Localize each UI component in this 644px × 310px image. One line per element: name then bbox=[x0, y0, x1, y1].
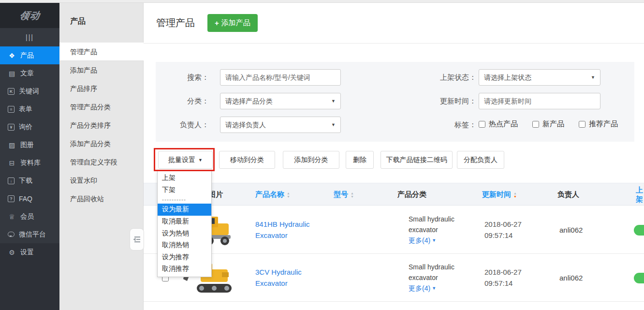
search-input[interactable] bbox=[220, 69, 341, 86]
menu-item-set-latest[interactable]: 设为最新 bbox=[158, 204, 211, 216]
update-time-input[interactable] bbox=[479, 93, 600, 109]
more-label: 更多(4) bbox=[409, 235, 430, 246]
sidebar-item-label: 图册 bbox=[20, 141, 34, 149]
add-product-button[interactable]: + 添加产品 bbox=[207, 14, 258, 32]
submenu-item-add-product[interactable]: 添加产品 bbox=[59, 61, 143, 79]
menu-item-set-hot[interactable]: 设为热销 bbox=[158, 227, 211, 239]
app-window: 领动 ||| ❖ 产品 ▤ 文章 K 关键词 ≡ 表单 ¥ 询价 ▨ 图册 bbox=[0, 0, 644, 310]
search-label: 搜索： bbox=[161, 69, 209, 86]
sort-arrows-icon: ▲ ▼ bbox=[351, 192, 354, 198]
sidebar-item-members[interactable]: ♕ 会员 bbox=[0, 207, 59, 225]
download-icon: ↓ bbox=[8, 177, 15, 184]
tag-label: 热点产品 bbox=[489, 119, 518, 129]
sort-down-icon: ▼ bbox=[287, 195, 290, 198]
submenu-item-watermark[interactable]: 设置水印 bbox=[59, 171, 143, 190]
column-status[interactable]: 上架 bbox=[636, 183, 644, 206]
status-label: 上架状态： bbox=[418, 69, 476, 86]
updated-clock: 09:57:14 bbox=[484, 278, 522, 289]
new-products-checkbox[interactable] bbox=[532, 121, 539, 128]
updated-date: 2018-06-27 bbox=[484, 266, 522, 278]
column-product-name[interactable]: 产品名称 ▲ ▼ bbox=[255, 183, 290, 206]
submenu-collapse-button[interactable] bbox=[130, 228, 144, 251]
status-toggle-on[interactable] bbox=[634, 225, 644, 236]
sidebar-item-library[interactable]: ⊟ 资料库 bbox=[0, 154, 59, 172]
sort-up-icon: ▲ bbox=[513, 192, 517, 195]
logo-box[interactable]: 领动 bbox=[0, 3, 59, 28]
sort-down-icon: ▼ bbox=[351, 195, 354, 198]
assign-owner-button[interactable]: 分配负责人 bbox=[457, 151, 504, 169]
brand-logo: 领动 bbox=[18, 9, 42, 22]
column-updated-time[interactable]: 更新时间 ▲ ▼ bbox=[482, 183, 517, 206]
delete-button[interactable]: 删除 bbox=[346, 151, 374, 169]
menu-item-cancel-recommended[interactable]: 取消推荐 bbox=[158, 263, 211, 275]
chevron-down-icon: ▼ bbox=[198, 158, 203, 162]
submenu-item-manage-products[interactable]: 管理产品 bbox=[59, 43, 144, 61]
product-category-cell: Small hydraulic excavator 更多(4) ▼ bbox=[409, 262, 476, 294]
menu-item-take-off-shelf[interactable]: 下架 bbox=[158, 184, 211, 196]
menu-item-cancel-hot[interactable]: 取消热销 bbox=[158, 239, 211, 251]
chevron-down-icon: ▼ bbox=[591, 70, 595, 85]
category-select[interactable]: 请选择产品分类 ▼ bbox=[220, 93, 341, 109]
menu-item-cancel-latest[interactable]: 取消最新 bbox=[158, 216, 211, 228]
table-row: 841HB Hydraulic Excavator Small hydrauli… bbox=[144, 206, 644, 254]
owner-select[interactable]: 请选择负责人 ▼ bbox=[220, 117, 341, 133]
submenu-item-product-sort[interactable]: 产品排序 bbox=[59, 79, 143, 98]
status-select[interactable]: 请选择上架状态 ▼ bbox=[479, 69, 600, 86]
document-icon: ▤ bbox=[8, 70, 16, 77]
download-qrcode-button[interactable]: 下载产品链接二维码 bbox=[381, 151, 453, 169]
tag-hot-products: 热点产品 bbox=[479, 119, 518, 129]
column-model[interactable]: 型号 ▲ ▼ bbox=[334, 183, 354, 206]
submenu-item-custom-fields[interactable]: 管理自定义字段 bbox=[59, 153, 143, 171]
sidebar-item-products[interactable]: ❖ 产品 bbox=[0, 46, 59, 64]
tag-checkbox-group: 热点产品 新产品 推荐产品 bbox=[479, 119, 618, 129]
table-row: 3CV Hydraulic Excavator Small hydraulic … bbox=[144, 254, 644, 302]
status-toggle-on[interactable] bbox=[634, 273, 644, 283]
sidebar-item-label: 设置 bbox=[20, 248, 34, 257]
product-category-cell: Small hydraulic excavator 更多(4) ▼ bbox=[409, 214, 476, 246]
submenu-item-add-category[interactable]: 添加产品分类 bbox=[59, 134, 143, 153]
column-label: 型号 bbox=[334, 190, 348, 199]
owner-select-value: 请选择负责人 bbox=[225, 121, 266, 129]
add-to-category-button[interactable]: 添加到分类 bbox=[283, 151, 339, 169]
batch-settings-button[interactable]: 批量设置 ▼ bbox=[158, 151, 213, 169]
chevron-down-icon: ▼ bbox=[432, 283, 436, 294]
move-to-category-button[interactable]: 移动到分类 bbox=[219, 151, 275, 169]
sidebar-item-albums[interactable]: ▨ 图册 bbox=[0, 136, 59, 154]
collapse-outdent-icon bbox=[132, 236, 141, 243]
recommended-products-checkbox[interactable] bbox=[579, 121, 585, 128]
sidebar-item-label: 关键词 bbox=[19, 87, 39, 96]
sidebar-item-wechat[interactable]: 微信平台 bbox=[0, 225, 59, 243]
sidebar-collapse-toggle[interactable]: ||| bbox=[0, 28, 59, 46]
tag-label: 新产品 bbox=[542, 119, 564, 129]
menu-item-put-on-shelf[interactable]: 上架 bbox=[158, 172, 211, 184]
sidebar-item-label: 资料库 bbox=[20, 159, 41, 167]
plus-icon: + bbox=[215, 19, 219, 27]
sidebar-item-inquiries[interactable]: ¥ 询价 bbox=[0, 118, 59, 136]
submenu-item-manage-categories[interactable]: 管理产品分类 bbox=[59, 98, 143, 116]
product-name-link[interactable]: 3CV Hydraulic Excavator bbox=[255, 266, 328, 289]
submenu-title: 产品 bbox=[59, 3, 143, 43]
sidebar-item-label: 表单 bbox=[19, 105, 32, 114]
submenu-item-category-sort[interactable]: 产品分类排序 bbox=[59, 116, 143, 134]
column-category: 产品分类 bbox=[397, 183, 426, 206]
batch-settings-label: 批量设置 bbox=[168, 156, 195, 164]
sidebar-item-downloads[interactable]: ↓ 下载 bbox=[0, 172, 59, 190]
sidebar-item-keywords[interactable]: K 关键词 bbox=[0, 82, 59, 100]
hot-products-checkbox[interactable] bbox=[479, 121, 485, 128]
sidebar-item-label: 产品 bbox=[20, 51, 34, 60]
menu-item-set-recommended[interactable]: 设为推荐 bbox=[158, 251, 211, 264]
product-name-link[interactable]: 841HB Hydraulic Excavator bbox=[255, 219, 328, 241]
image-icon: ▨ bbox=[8, 141, 16, 149]
tags-label: 标签： bbox=[418, 117, 476, 133]
submenu-item-recycle-bin[interactable]: 产品回收站 bbox=[59, 190, 143, 208]
more-categories-link[interactable]: 更多(4) ▼ bbox=[409, 235, 436, 246]
more-categories-link[interactable]: 更多(4) ▼ bbox=[409, 283, 436, 294]
owner-cell: anli062 bbox=[559, 226, 583, 234]
category-text: Small hydraulic excavator bbox=[409, 262, 476, 283]
sidebar-item-forms[interactable]: ≡ 表单 bbox=[0, 100, 59, 118]
clipboard-icon: ≡ bbox=[8, 106, 15, 113]
sidebar-item-articles[interactable]: ▤ 文章 bbox=[0, 64, 59, 82]
sidebar-item-faq[interactable]: ? FAQ bbox=[0, 190, 59, 207]
sidebar-item-settings[interactable]: ⚙ 设置 bbox=[0, 243, 59, 261]
add-product-label: 添加产品 bbox=[221, 18, 250, 28]
